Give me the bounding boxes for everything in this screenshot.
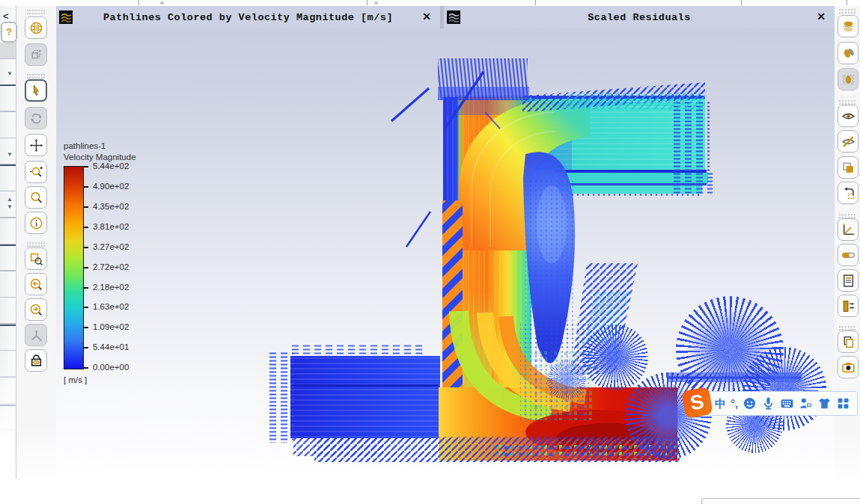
axis-triad-button[interactable] bbox=[25, 324, 47, 346]
rotate-arrows-icon bbox=[29, 111, 43, 126]
sogou-logo[interactable]: S bbox=[681, 387, 713, 419]
cursor-arrow-icon bbox=[29, 84, 43, 98]
close-tab-icon[interactable]: ✕ bbox=[422, 10, 431, 22]
tab-scaled-residuals[interactable]: Scaled Residuals ✕ bbox=[444, 6, 835, 28]
pan-cross-icon bbox=[29, 138, 43, 153]
document-icon bbox=[841, 274, 856, 288]
fluent-wave-icon bbox=[59, 10, 73, 24]
pan-view-button[interactable] bbox=[25, 134, 47, 156]
colorbar bbox=[64, 166, 84, 369]
pathline-fan-burst bbox=[547, 360, 586, 399]
mesh-globe-icon bbox=[29, 21, 43, 35]
collapse-panel-chevron-icon[interactable]: < bbox=[3, 10, 9, 22]
snapshot-button[interactable] bbox=[838, 356, 859, 378]
ruler-tick bbox=[741, 0, 742, 5]
ruler-tick bbox=[367, 0, 368, 5]
ime-toolbar: 中 °, bbox=[707, 391, 858, 416]
fluent-wave-icon bbox=[447, 10, 460, 24]
door-arrows-icon bbox=[841, 299, 856, 313]
gear-icon bbox=[374, 1, 378, 4]
camera-icon bbox=[841, 360, 856, 375]
eye-slash-icon bbox=[841, 135, 856, 149]
hide-surface-button[interactable] bbox=[838, 130, 859, 153]
ruler-tick bbox=[138, 0, 139, 5]
close-tab-icon[interactable]: ✕ bbox=[817, 10, 826, 22]
probe-info-button[interactable] bbox=[25, 212, 47, 234]
magnifier-back-icon bbox=[29, 277, 43, 292]
microphone-icon[interactable] bbox=[761, 396, 775, 411]
duplicate-window-button[interactable] bbox=[838, 331, 859, 353]
ribbon-bottom-edge bbox=[0, 0, 860, 6]
help-button[interactable]: ? bbox=[1, 22, 17, 43]
colormap-legend: pathlines-1 Velocity Magnitude 5.44e+02 … bbox=[64, 141, 139, 384]
info-icon bbox=[29, 216, 43, 230]
toolbar-grip bbox=[27, 10, 45, 14]
toolbar-grip bbox=[27, 74, 45, 79]
console-panel-edge bbox=[701, 498, 860, 504]
dropdown-arrow-icon[interactable]: ▼ bbox=[7, 152, 13, 158]
zoom-to-area-button[interactable] bbox=[25, 248, 47, 270]
panel-header-fragment bbox=[0, 43, 16, 58]
copy-shaded-button[interactable] bbox=[838, 156, 859, 179]
magnifier-forward-icon bbox=[29, 303, 43, 317]
emoji-icon[interactable] bbox=[742, 396, 757, 411]
skin-shirt-icon[interactable] bbox=[817, 396, 832, 411]
ruler-tick bbox=[847, 0, 847, 5]
select-pointer-button[interactable] bbox=[25, 79, 47, 102]
graphics-tabbar: Pathlines Colored by Velocity Magnitude … bbox=[56, 6, 835, 28]
lock-view-button[interactable] bbox=[25, 349, 47, 372]
toolbar-grip bbox=[27, 242, 45, 247]
capsule-icon bbox=[841, 248, 856, 262]
legend-object-name: pathlines-1 bbox=[64, 141, 139, 152]
eye-icon bbox=[841, 109, 856, 123]
shaded-lighting-icon bbox=[841, 46, 856, 61]
plot-axes-button[interactable] bbox=[838, 218, 859, 241]
axis-triad-icon bbox=[29, 328, 43, 342]
chinese-mode-button[interactable]: 中 bbox=[715, 397, 726, 411]
spinner-up-icon[interactable]: ▲ bbox=[7, 197, 13, 203]
legend-unit: [ m/s ] bbox=[64, 375, 139, 384]
dropdown-arrow-icon[interactable]: ▼ bbox=[7, 71, 13, 77]
overlap-squares-icon bbox=[841, 161, 856, 175]
colorbar-tick-labels: 5.44e+02 4.90e+02 4.35e+02 3.81e+02 3.27… bbox=[93, 166, 139, 369]
spinner-down-icon[interactable]: ▼ bbox=[7, 204, 13, 210]
curved-arrow-icon bbox=[841, 186, 856, 200]
toolbar-grip bbox=[839, 9, 856, 13]
outline-panel-edge: < ? ▼ ▼ ▲ ▼ bbox=[0, 6, 16, 479]
lock-eye-icon bbox=[29, 354, 43, 368]
user-account-icon[interactable] bbox=[799, 396, 813, 411]
view-toolbar-left bbox=[16, 6, 56, 482]
show-surface-button[interactable] bbox=[838, 105, 859, 127]
path-history-button[interactable] bbox=[838, 182, 859, 204]
ruler-tick bbox=[535, 0, 536, 5]
previous-view-button[interactable] bbox=[25, 273, 47, 295]
zoom-in-out-icon bbox=[29, 165, 43, 179]
keyboard-icon[interactable] bbox=[780, 396, 794, 411]
plot-axes-icon bbox=[841, 223, 856, 237]
toolbox-grid-icon[interactable] bbox=[836, 396, 850, 411]
zoom-box-icon bbox=[29, 252, 43, 266]
shaded-display-button[interactable] bbox=[838, 42, 859, 64]
duplicate-rects-icon bbox=[841, 335, 856, 349]
clip-plane-button[interactable] bbox=[838, 244, 859, 266]
report-document-button[interactable] bbox=[838, 269, 859, 292]
next-view-button[interactable] bbox=[25, 298, 47, 321]
rotate-view-button[interactable] bbox=[25, 107, 47, 129]
textured-ellipse-icon bbox=[841, 73, 856, 87]
gear-icon bbox=[160, 1, 164, 4]
view-cube-icon bbox=[29, 48, 43, 62]
magnifier-icon bbox=[29, 191, 43, 205]
tab-pathlines[interactable]: Pathlines Colored by Velocity Magnitude … bbox=[56, 6, 440, 28]
view-cube-button[interactable] bbox=[25, 43, 47, 66]
mirror-display-button[interactable] bbox=[838, 15, 859, 37]
tab-title: Scaled Residuals bbox=[444, 12, 835, 23]
textured-display-button[interactable] bbox=[838, 68, 859, 90]
punctuation-mode-button[interactable]: °, bbox=[731, 397, 738, 411]
zoom-in-out-button[interactable] bbox=[25, 161, 47, 183]
tab-title: Pathlines Colored by Velocity Magnitude … bbox=[56, 12, 440, 23]
mesh-display-button[interactable] bbox=[25, 16, 47, 39]
zoom-magnify-button[interactable] bbox=[25, 186, 47, 209]
exit-boundary-button[interactable] bbox=[838, 295, 859, 317]
mirror-ellipses-icon bbox=[841, 19, 856, 34]
